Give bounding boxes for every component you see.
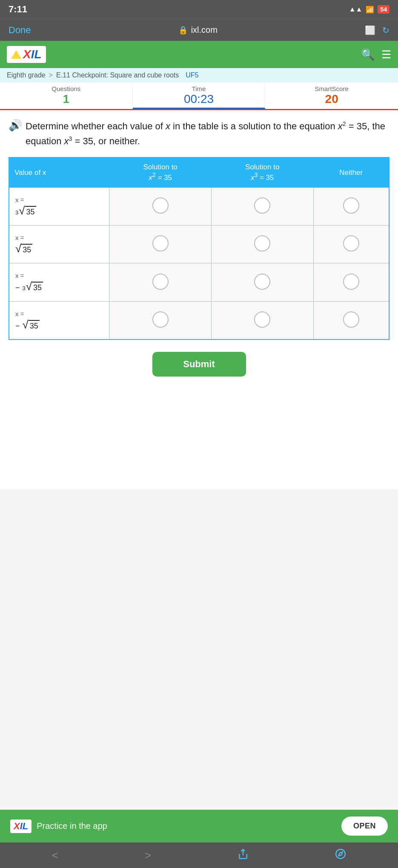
radio-2-sq[interactable]	[152, 235, 169, 251]
radio-4-neither[interactable]	[343, 311, 359, 328]
radio-cell-3-sq[interactable]	[109, 263, 212, 301]
status-bar: 7:11 ▲▲ 📶 54	[0, 0, 398, 19]
radio-2-cu[interactable]	[254, 235, 270, 251]
smartscore-label: SmartScore	[265, 85, 398, 92]
smartscore-value: 20	[265, 92, 398, 106]
math-expr-1: x = 3√35	[15, 195, 36, 217]
breadcrumb-code: UF5	[186, 71, 198, 79]
stat-time: Time 00:23	[133, 83, 266, 109]
radio-4-sq[interactable]	[152, 311, 169, 328]
root-wrapper-1: 3√35	[15, 205, 36, 217]
radio-cell-2-cu[interactable]	[211, 226, 313, 263]
open-button[interactable]: OPEN	[341, 817, 388, 836]
time-value: 00:23	[133, 92, 265, 106]
col-sol-cu-label: Solution to	[245, 163, 279, 171]
radical-radicand-1: 35	[25, 206, 36, 217]
stat-questions: Questions 1	[0, 83, 133, 109]
ixl-logo[interactable]: XIL	[7, 46, 46, 63]
value-cell-3: x = − 3√35	[9, 263, 109, 301]
bottom-banner: XIL Practice in the app OPEN	[0, 810, 398, 842]
col-header-sq: Solution to x2 = 35	[109, 157, 212, 187]
root-wrapper-2: √35	[15, 243, 32, 255]
col-header-cu: Solution to x3 = 35	[211, 157, 313, 187]
radio-cell-1-neither[interactable]	[313, 188, 389, 226]
radio-2-neither[interactable]	[343, 235, 359, 251]
col-sol-sq-label: Solution to	[143, 163, 177, 171]
status-icons: ▲▲ 📶 54	[349, 5, 389, 14]
nav-forward-button[interactable]: >	[145, 849, 151, 862]
radio-cell-3-cu[interactable]	[211, 263, 313, 301]
banner-logo: XIL	[10, 819, 31, 833]
table-row: x = √35	[9, 226, 389, 263]
header-icons: 🔍 ☰	[361, 48, 391, 61]
url-text: ixl.com	[191, 25, 218, 35]
wifi-icon: 📶	[366, 6, 374, 14]
nav-compass-button[interactable]	[335, 848, 346, 862]
time-label: Time	[133, 85, 265, 92]
radio-3-cu[interactable]	[254, 274, 270, 290]
breadcrumb: Eighth grade > E.11 Checkpoint: Square a…	[0, 68, 398, 83]
logo-il: IL	[31, 48, 42, 61]
search-icon[interactable]: 🔍	[361, 48, 375, 61]
browser-actions: ⬜ ↻	[365, 25, 389, 35]
radio-cell-2-sq[interactable]	[109, 226, 212, 263]
radio-cell-1-sq[interactable]	[109, 188, 212, 226]
nav-share-button[interactable]	[238, 848, 249, 862]
browser-url-bar[interactable]: 🔒 ixl.com	[178, 25, 218, 35]
radio-3-sq[interactable]	[152, 274, 169, 290]
radio-cell-4-neither[interactable]	[313, 301, 389, 340]
radio-cell-2-neither[interactable]	[313, 226, 389, 263]
banner-logo-x: X	[14, 821, 20, 831]
browser-done-button[interactable]: Done	[9, 25, 31, 36]
radio-1-cu[interactable]	[254, 197, 270, 214]
col-header-neither: Neither	[313, 157, 389, 187]
value-cell-4: x = − √35	[9, 301, 109, 340]
radio-cell-1-cu[interactable]	[211, 188, 313, 226]
root-wrapper-4: √35	[23, 319, 40, 331]
questions-label: Questions	[0, 85, 132, 92]
ixl-header: XIL 🔍 ☰	[0, 41, 398, 68]
radio-3-neither[interactable]	[343, 274, 359, 290]
value-cell-2: x = √35	[9, 226, 109, 263]
root-wrapper-3: 3√35	[23, 281, 43, 293]
radio-1-sq[interactable]	[152, 197, 169, 214]
radio-cell-3-neither[interactable]	[313, 263, 389, 301]
radical-sign-4: √	[23, 319, 29, 330]
speaker-icon[interactable]: 🔊	[9, 119, 22, 132]
refresh-icon[interactable]: ↻	[382, 25, 389, 35]
breadcrumb-lesson[interactable]: E.11 Checkpoint: Square and cube roots	[56, 71, 179, 79]
questions-value: 1	[0, 92, 132, 106]
menu-icon[interactable]: ☰	[381, 48, 391, 61]
radio-cell-4-cu[interactable]	[211, 301, 313, 340]
stat-smartscore: SmartScore 20	[265, 83, 398, 109]
breadcrumb-grade[interactable]: Eighth grade	[7, 71, 46, 79]
math-table: Value of x Solution to x2 = 35 Solution …	[9, 157, 389, 340]
banner-left: XIL Practice in the app	[10, 819, 107, 833]
radio-1-neither[interactable]	[343, 197, 359, 214]
radical-sign-2: √	[15, 243, 21, 254]
math-expr-4: x = − √35	[15, 309, 40, 331]
radical-index-1: 3	[15, 210, 18, 215]
nav-back-button[interactable]: <	[52, 849, 58, 862]
table-row: x = 3√35	[9, 188, 389, 226]
col-header-value: Value of x	[9, 157, 109, 187]
table-row: x = − √35	[9, 301, 389, 340]
radio-cell-4-sq[interactable]	[109, 301, 212, 340]
browser-bar: Done 🔒 ixl.com ⬜ ↻	[0, 19, 398, 41]
radio-4-cu[interactable]	[254, 311, 270, 328]
radical-sign-1: √	[19, 205, 25, 216]
math-expr-3: x = − 3√35	[15, 271, 43, 293]
tab-icon[interactable]: ⬜	[365, 25, 375, 35]
radical-radicand-3: 35	[32, 282, 43, 293]
radical-radicand-2: 35	[21, 244, 32, 255]
bottom-nav: < >	[0, 842, 398, 868]
svg-point-1	[336, 849, 346, 859]
question-text: Determine whether each value of x in the…	[26, 119, 389, 148]
math-expr-2: x = √35	[15, 233, 32, 255]
value-cell-1: x = 3√35	[9, 188, 109, 226]
submit-button[interactable]: Submit	[152, 352, 246, 377]
battery-icon: 54	[378, 5, 389, 14]
stats-bar: Questions 1 Time 00:23 SmartScore 20	[0, 83, 398, 110]
status-time: 7:11	[9, 4, 27, 15]
main-content: 🔊 Determine whether each value of x in t…	[0, 110, 398, 489]
